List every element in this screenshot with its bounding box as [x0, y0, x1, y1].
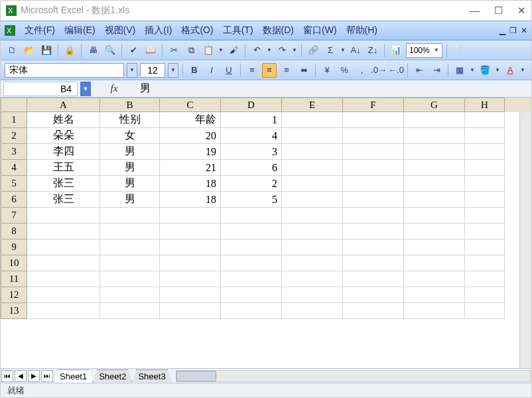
- row-header[interactable]: 13: [1, 303, 27, 319]
- cell-E13[interactable]: [282, 303, 343, 319]
- cell-G12[interactable]: [404, 287, 465, 303]
- cell-A11[interactable]: [27, 271, 100, 287]
- col-header-E[interactable]: E: [282, 98, 343, 112]
- borders-dropdown[interactable]: ▼: [470, 67, 475, 73]
- copy-icon[interactable]: ⧉: [184, 43, 198, 58]
- cell-F12[interactable]: [343, 287, 404, 303]
- cell-H7[interactable]: [465, 208, 505, 224]
- cell-B9[interactable]: [100, 239, 160, 255]
- cell-A9[interactable]: [27, 239, 100, 255]
- cell-G10[interactable]: [404, 255, 465, 271]
- cell-A12[interactable]: [27, 287, 100, 303]
- cell-G5[interactable]: [404, 176, 465, 192]
- cell-A2[interactable]: 朵朵: [27, 128, 100, 144]
- cell-D7[interactable]: [221, 208, 282, 224]
- paste-icon[interactable]: 📋: [201, 43, 216, 58]
- cell-C3[interactable]: 19: [160, 144, 221, 160]
- cell-H2[interactable]: [465, 128, 505, 144]
- cell-A6[interactable]: 张三: [27, 192, 100, 208]
- sheet-tab-2[interactable]: Sheet2: [93, 369, 132, 383]
- print-preview-icon[interactable]: 🔍: [103, 43, 117, 58]
- menu-help[interactable]: 帮助(H): [346, 25, 377, 36]
- cell-E4[interactable]: [282, 160, 343, 176]
- cell-E1[interactable]: [282, 112, 343, 128]
- cell-B6[interactable]: 男: [100, 192, 160, 208]
- autosum-dropdown[interactable]: ▼: [340, 47, 346, 53]
- cell-G13[interactable]: [404, 303, 465, 319]
- cell-G7[interactable]: [404, 208, 465, 224]
- save-icon[interactable]: 💾: [39, 43, 54, 58]
- fill-dropdown[interactable]: ▼: [495, 67, 500, 73]
- cell-D5[interactable]: 2: [221, 176, 282, 192]
- redo-dropdown[interactable]: ▼: [292, 47, 297, 53]
- row-header[interactable]: 7: [1, 208, 27, 224]
- cell-H11[interactable]: [465, 271, 505, 287]
- cell-C12[interactable]: [160, 287, 221, 303]
- cell-F4[interactable]: [343, 160, 404, 176]
- cell-H8[interactable]: [465, 224, 505, 239]
- cell-D13[interactable]: [221, 303, 282, 319]
- cell-D8[interactable]: [221, 224, 282, 239]
- cell-G3[interactable]: [404, 144, 465, 160]
- cell-B5[interactable]: 男: [100, 176, 160, 192]
- col-header-F[interactable]: F: [343, 98, 404, 112]
- menu-file[interactable]: 文件(F): [25, 25, 55, 36]
- cell-A8[interactable]: [27, 224, 100, 239]
- cell-F13[interactable]: [343, 303, 404, 319]
- cell-G2[interactable]: [404, 128, 465, 144]
- cell-C5[interactable]: 18: [160, 176, 221, 192]
- decrease-decimal-button[interactable]: ←.0: [389, 63, 403, 78]
- row-header[interactable]: 5: [1, 176, 27, 192]
- sheet-tab-1[interactable]: Sheet1: [54, 369, 93, 383]
- cell-F6[interactable]: [343, 192, 404, 208]
- doc-restore-button[interactable]: ❐: [509, 26, 517, 35]
- cell-E7[interactable]: [282, 208, 343, 224]
- chart-wizard-icon[interactable]: 📊: [389, 43, 403, 58]
- menu-tools[interactable]: 工具(T): [223, 25, 253, 36]
- cell-F7[interactable]: [343, 208, 404, 224]
- cell-E2[interactable]: [282, 128, 343, 144]
- size-combo[interactable]: 12: [140, 63, 165, 78]
- comma-button[interactable]: ，: [354, 63, 369, 78]
- help-icon[interactable]: ❔: [451, 43, 466, 58]
- cell-C13[interactable]: [160, 303, 221, 319]
- tab-next-button[interactable]: ▶: [28, 370, 40, 382]
- row-header[interactable]: 1: [1, 112, 27, 128]
- maximize-button[interactable]: ☐: [494, 5, 503, 17]
- research-icon[interactable]: 📖: [143, 43, 158, 58]
- cell-E9[interactable]: [282, 239, 343, 255]
- cell-A1[interactable]: 姓名: [27, 112, 100, 128]
- cell-B12[interactable]: [100, 287, 160, 303]
- cell-C7[interactable]: [160, 208, 221, 224]
- cell-B1[interactable]: 性别: [100, 112, 160, 128]
- cell-F9[interactable]: [343, 239, 404, 255]
- cell-A13[interactable]: [27, 303, 100, 319]
- spellcheck-icon[interactable]: ✔: [126, 43, 141, 58]
- cell-C4[interactable]: 21: [160, 160, 221, 176]
- col-header-G[interactable]: G: [404, 98, 465, 112]
- menu-insert[interactable]: 插入(I): [145, 25, 172, 36]
- percent-button[interactable]: %: [337, 63, 352, 78]
- undo-dropdown[interactable]: ▼: [267, 47, 272, 53]
- cell-E3[interactable]: [282, 144, 343, 160]
- cell-G4[interactable]: [404, 160, 465, 176]
- borders-button[interactable]: ▦: [452, 63, 467, 78]
- autosum-icon[interactable]: Σ: [323, 43, 338, 58]
- tab-last-button[interactable]: ⏭: [41, 370, 53, 382]
- row-header[interactable]: 2: [1, 128, 27, 144]
- align-center-button[interactable]: ≡: [262, 63, 277, 78]
- menu-edit[interactable]: 编辑(E): [64, 25, 96, 36]
- redo-icon[interactable]: ↷: [275, 43, 289, 58]
- cell-H1[interactable]: [465, 112, 505, 128]
- cell-H6[interactable]: [465, 192, 505, 208]
- cell-D11[interactable]: [221, 271, 282, 287]
- cell-D9[interactable]: [221, 239, 282, 255]
- row-header[interactable]: 4: [1, 160, 27, 176]
- print-icon[interactable]: 🖶: [86, 43, 100, 58]
- cell-E8[interactable]: [282, 224, 343, 239]
- cell-D6[interactable]: 5: [221, 192, 282, 208]
- font-dropdown[interactable]: ▼: [127, 63, 137, 78]
- sheet-tab-3[interactable]: Sheet3: [132, 369, 171, 383]
- cell-B8[interactable]: [100, 224, 160, 239]
- cell-B3[interactable]: 男: [100, 144, 160, 160]
